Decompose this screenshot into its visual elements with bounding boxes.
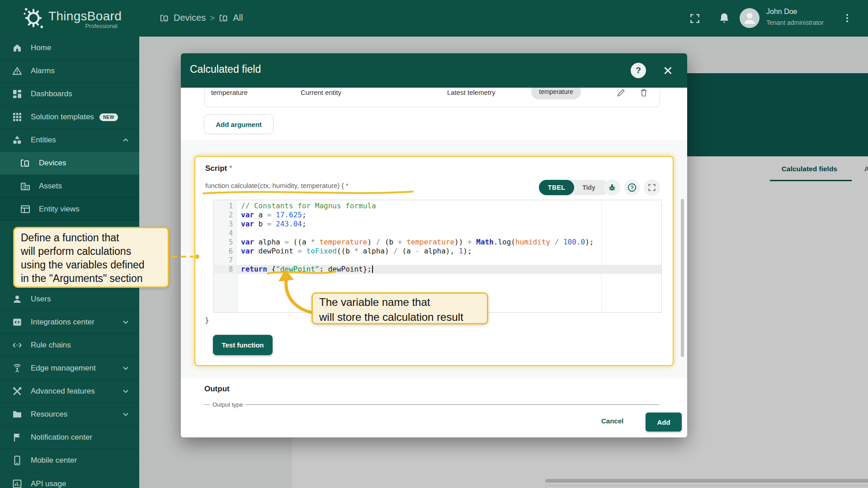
dialog-header: Calculated field ? ✕ xyxy=(181,53,687,88)
breadcrumb: Devices > All xyxy=(160,13,243,23)
app-root: All Groups Dev ? ✕ Calculated fields Ala… xyxy=(0,0,868,488)
code-text xyxy=(237,256,661,265)
integration-icon xyxy=(12,317,23,328)
code-lines[interactable]: 1// Constants for Magnus formula2var a =… xyxy=(214,202,661,274)
sidebar-item-rule-chains[interactable]: Rule chains xyxy=(0,334,139,357)
edit-pencil-icon[interactable] xyxy=(616,88,626,98)
flag-icon xyxy=(12,432,23,443)
code-line-5[interactable]: 5var alpha = ((a * temperature) / (b + t… xyxy=(214,238,661,247)
dashboard-icon xyxy=(12,89,23,99)
code-text: var a = 17.625; xyxy=(237,211,661,220)
code-text: // Constants for Magnus formula xyxy=(237,202,661,211)
code-line-3[interactable]: 3var b = 243.04; xyxy=(214,220,661,229)
tools-icon xyxy=(12,386,23,397)
kebab-menu-icon[interactable] xyxy=(842,13,853,23)
sidebar-item-label: Resources xyxy=(31,410,67,419)
code-line-6[interactable]: 6var dewPoint = toFixed((b * alpha) / (a… xyxy=(214,247,661,256)
output-type-field[interactable] xyxy=(204,404,659,410)
code-line-4[interactable]: 4 xyxy=(214,229,661,238)
sidebar-item-api-usage[interactable]: API usage xyxy=(0,472,139,488)
code-text: var dewPoint = toFixed((b * alpha) / (a … xyxy=(237,247,661,256)
sidebar-item-label: Rule chains xyxy=(31,341,71,350)
line-number: 3 xyxy=(214,220,237,229)
help-icon: ? xyxy=(627,183,637,192)
building-icon xyxy=(20,181,31,192)
test-function-button[interactable]: Test function xyxy=(213,335,273,355)
sidebar-item-integrations-center[interactable]: Integrations center xyxy=(0,311,139,334)
notifications-bell-icon[interactable] xyxy=(718,12,731,24)
line-number: 7 xyxy=(214,256,237,265)
devices-icon xyxy=(219,13,229,23)
line-number: 1 xyxy=(214,202,237,211)
new-badge: NEW xyxy=(99,113,118,121)
sidebar-item-mobile-center[interactable]: Mobile center xyxy=(0,449,139,472)
sidebar-item-alarms[interactable]: Alarms xyxy=(0,60,139,83)
script-fullscreen-button[interactable] xyxy=(644,179,660,196)
sidebar-item-entity-views[interactable]: Entity views xyxy=(0,198,139,221)
delete-trash-icon[interactable] xyxy=(639,88,649,98)
add-button[interactable]: Add xyxy=(646,413,682,432)
dialog-help-icon[interactable]: ? xyxy=(631,63,646,78)
home-icon xyxy=(12,42,23,53)
code-text: var alpha = ((a * temperature) / (b + te… xyxy=(237,238,661,247)
code-line-8[interactable]: 8return {"dewPoint": dewPoint}; xyxy=(214,265,661,274)
user-name[interactable]: John Doe xyxy=(766,8,797,16)
dialog-close-icon[interactable]: ✕ xyxy=(663,64,673,78)
debug-bug-button[interactable] xyxy=(604,179,620,196)
sidebar-item-label: Users xyxy=(31,295,51,304)
sidebar-item-edge-management[interactable]: Edge management xyxy=(0,357,139,380)
person-icon xyxy=(740,8,760,28)
script-help-button[interactable]: ? xyxy=(624,179,640,196)
annotation-line: will store the calculation result xyxy=(319,310,481,324)
argument-type: Latest telemetry xyxy=(447,89,495,96)
sidebar-item-solution-templates[interactable]: Solution templates NEW xyxy=(0,106,139,129)
sidebar-item-notification-center[interactable]: Notification center xyxy=(0,426,139,449)
code-line-2[interactable]: 2var a = 17.625; xyxy=(214,211,661,220)
breadcrumb-all[interactable]: All xyxy=(233,13,243,23)
sidebar-item-entities[interactable]: Entities xyxy=(0,129,139,152)
code-brackets-icon xyxy=(12,340,23,351)
bug-icon xyxy=(607,183,617,192)
sidebar-item-devices[interactable]: Devices xyxy=(0,152,139,175)
breadcrumb-devices[interactable]: Devices xyxy=(174,13,206,23)
chevron-down-icon xyxy=(121,364,130,373)
sidebar-item-label: Notification center xyxy=(31,433,92,442)
sidebar-item-dashboards[interactable]: Dashboards xyxy=(0,83,139,106)
logo-title[interactable]: ThingsBoard xyxy=(48,9,122,23)
annotation-line: The variable name that xyxy=(319,295,481,310)
fullscreen-icon xyxy=(647,183,656,192)
dialog-title: Calculated field xyxy=(190,63,261,75)
code-line-1[interactable]: 1// Constants for Magnus formula xyxy=(214,202,661,211)
person-icon xyxy=(12,294,23,305)
text-cursor xyxy=(372,266,373,273)
sidebar-item-advanced-features[interactable]: Advanced features xyxy=(0,380,139,403)
top-app-bar: ThingsBoard Professional Devices > All J… xyxy=(0,0,868,37)
argument-row[interactable]: temperature Current entity Latest teleme… xyxy=(204,88,660,107)
devices-icon xyxy=(20,158,31,169)
cancel-button[interactable]: Cancel xyxy=(601,417,623,425)
chart-icon xyxy=(12,479,23,488)
user-role: Tenant administrator xyxy=(766,19,824,26)
sidebar-item-resources[interactable]: Resources xyxy=(0,403,139,426)
sidebar-item-label: Edge management xyxy=(31,364,96,373)
thingsboard-logo-icon xyxy=(22,5,45,31)
tbel-toggle-button[interactable]: TBEL xyxy=(539,180,574,195)
required-star: * xyxy=(229,164,232,173)
avatar[interactable] xyxy=(740,8,760,28)
annotation-line: using the variables defined xyxy=(21,258,161,272)
sidebar-item-label: Devices xyxy=(39,159,66,168)
output-heading: Output xyxy=(204,385,230,394)
add-argument-button[interactable]: Add argument xyxy=(204,114,274,134)
line-number: 6 xyxy=(214,247,237,256)
sidebar-item-label: Entity views xyxy=(39,205,80,214)
sidebar-item-home[interactable]: Home xyxy=(0,37,139,60)
sidebar-item-assets[interactable]: Assets xyxy=(0,175,139,198)
code-line-7[interactable]: 7 xyxy=(214,256,661,265)
tidy-button[interactable]: Tidy xyxy=(574,184,604,191)
sidebar-item-users[interactable]: Users xyxy=(0,288,139,311)
line-number: 4 xyxy=(214,229,237,238)
sidebar-item-label: Entities xyxy=(31,136,56,145)
dialog-scrollbar-thumb[interactable] xyxy=(681,199,684,357)
fullscreen-icon[interactable] xyxy=(689,13,701,24)
script-section-card: Script * function calculate(ctx, humidit… xyxy=(194,156,674,366)
